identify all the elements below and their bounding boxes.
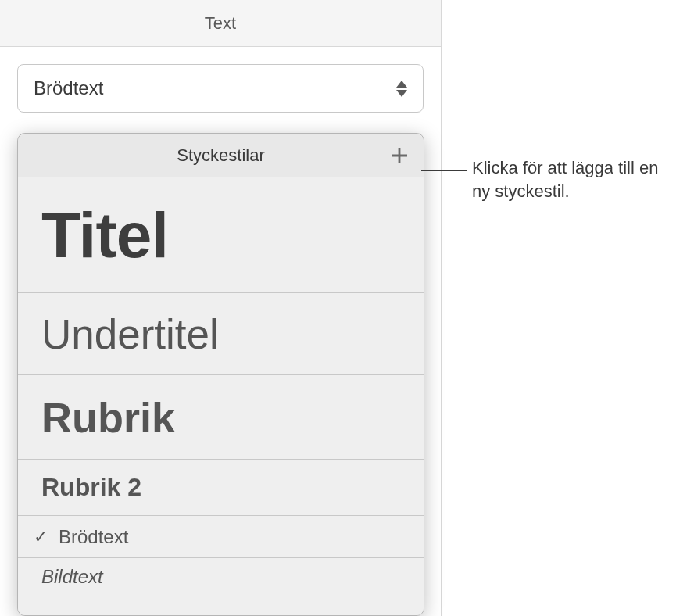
paragraph-style-dropdown[interactable]: Brödtext [17,64,424,113]
style-item-titel[interactable]: Titel [18,177,424,293]
style-label: Rubrik 2 [41,473,141,502]
checkmark-icon: ✓ [34,527,48,547]
callout-text: Klicka för att lägga till en ny styckest… [472,156,675,202]
style-item-rubrik2[interactable]: Rubrik 2 [18,460,424,516]
paragraph-styles-popover: Styckestilar Titel Undertitel Rubrik Rub… [17,133,424,616]
popover-header: Styckestilar [18,134,424,177]
add-style-button[interactable] [389,145,410,166]
style-item-brodtext[interactable]: ✓ Brödtext [18,516,424,558]
style-label: Brödtext [59,526,128,548]
updown-arrows-icon [396,81,407,97]
sidebar-header: Text [0,0,441,47]
callout-line [421,170,467,171]
sidebar-header-title: Text [205,13,236,34]
callout: Klicka för att lägga till en ny styckest… [472,156,675,202]
plus-icon [390,146,409,165]
popover-title: Styckestilar [177,145,264,166]
style-item-rubrik[interactable]: Rubrik [18,375,424,460]
style-list: Titel Undertitel Rubrik Rubrik 2 ✓ Brödt… [18,177,424,616]
style-item-undertitel[interactable]: Undertitel [18,293,424,375]
dropdown-label: Brödtext [34,77,103,99]
style-label: Titel [41,199,168,272]
style-label: Bildtext [41,566,103,588]
style-label: Undertitel [41,310,219,358]
style-label: Rubrik [41,393,175,442]
style-item-bildtext[interactable]: Bildtext [18,558,424,616]
